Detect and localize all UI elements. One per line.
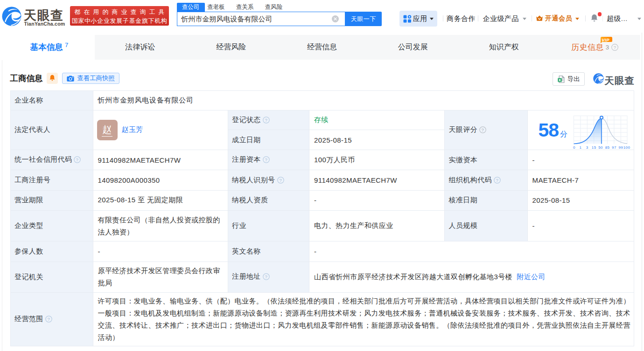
- svg-text:?: ?: [614, 45, 616, 50]
- svg-text:50: 50: [598, 145, 603, 149]
- svg-text:?: ?: [76, 157, 79, 162]
- svg-text:97: 97: [612, 145, 616, 149]
- svg-text:?: ?: [265, 274, 267, 279]
- svg-text:3: 3: [586, 145, 588, 149]
- svg-text:?: ?: [496, 178, 499, 183]
- svg-text:15: 15: [591, 145, 596, 149]
- svg-text:100: 100: [623, 145, 630, 149]
- svg-text:?: ?: [47, 317, 50, 322]
- svg-text:?: ?: [482, 127, 484, 132]
- svg-text:1: 1: [579, 145, 581, 149]
- svg-text:0: 0: [573, 145, 575, 149]
- svg-text:85: 85: [605, 145, 609, 149]
- svg-text:?: ?: [265, 117, 267, 122]
- svg-text:99: 99: [618, 145, 623, 149]
- svg-text:?: ?: [279, 178, 282, 183]
- svg-text:?: ?: [265, 157, 267, 162]
